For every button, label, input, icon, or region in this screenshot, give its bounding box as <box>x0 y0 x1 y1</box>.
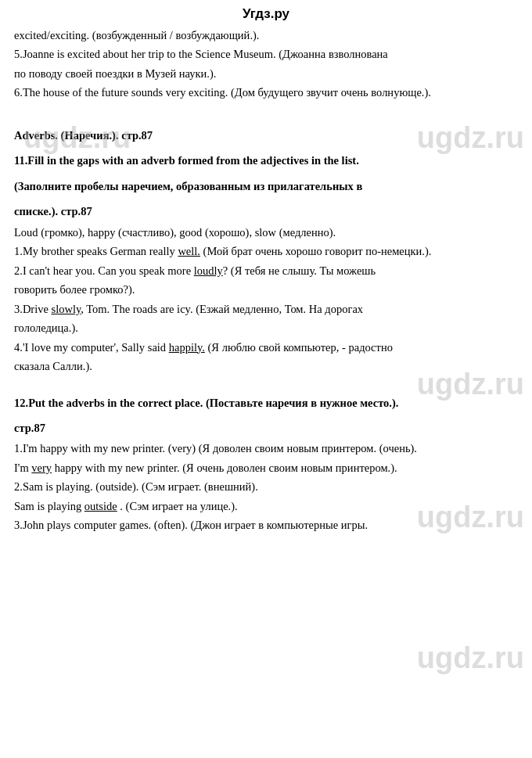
answer-slowly: slowly <box>52 303 81 315</box>
site-title: Угдз.ру <box>14 6 518 22</box>
intro-line-3: 6.The house of the future sounds very ex… <box>14 84 518 101</box>
intro-line-2: 5.Joanne is excited about her trip to th… <box>14 45 518 63</box>
answer-very: very <box>31 462 52 474</box>
watermark-5: ugdz.ru <box>417 641 524 675</box>
answer-well: well. <box>178 245 200 257</box>
sentence-12-2b: Sam is playing outside . (Сэм играет на … <box>14 498 518 515</box>
sentence-11-4b: сказала Салли.). <box>14 357 518 375</box>
exercise11-heading-ru2: списке.). стр.87 <box>14 203 518 220</box>
exercise12-heading: 12.Put the adverbs in the correct place.… <box>14 394 518 411</box>
sentence-12-3: 3.John plays computer games. (often). (Д… <box>14 516 518 533</box>
sentence-11-2b: говорить более громко?). <box>14 281 518 298</box>
sentence-12-1a: 1.I'm happy with my new printer. (very) … <box>14 440 518 457</box>
answer-happily: happily. <box>169 341 205 354</box>
sentence-11-3: 3.Drive slowly, Tom. The roads are icy. … <box>14 300 518 318</box>
sentence-11-3b: гололедица.). <box>14 319 518 336</box>
sentence-11-2: 2.I can't hear you. Can you speak more l… <box>14 262 518 279</box>
intro-line-1: excited/exciting. (возбужденный / возбуж… <box>14 27 518 44</box>
answer-loudly: loudly <box>194 264 223 277</box>
intro-text-2a: 5.Joanne is excited about her trip to th… <box>14 48 388 60</box>
exercise12-page: стр.87 <box>14 419 518 436</box>
intro-line-2b: по поводу своей поездки в Музей науки.). <box>14 65 518 82</box>
adjectives-list: Loud (громко), happy (счастливо), good (… <box>14 224 518 241</box>
sentence-11-1: 1.My brother speaks German really well. … <box>14 242 518 260</box>
exercise11-heading: 11.Fill in the gaps with an adverb forme… <box>14 152 518 169</box>
sentence-12-1b: I'm very happy with my new printer. (Я о… <box>14 459 518 476</box>
answer-outside: outside <box>84 500 117 512</box>
exercise11-heading-ru: (Заполните пробелы наречием, образованны… <box>14 178 518 195</box>
adjectives-word: adjectives <box>261 154 308 167</box>
sentence-12-2a: 2.Sam is playing. (outside). (Сэм играет… <box>14 478 518 495</box>
section1-heading: Adverbs. (Наречия.). стр.87 <box>14 127 518 144</box>
sentence-11-4: 4.'I love my computer', Sally said happi… <box>14 339 518 356</box>
